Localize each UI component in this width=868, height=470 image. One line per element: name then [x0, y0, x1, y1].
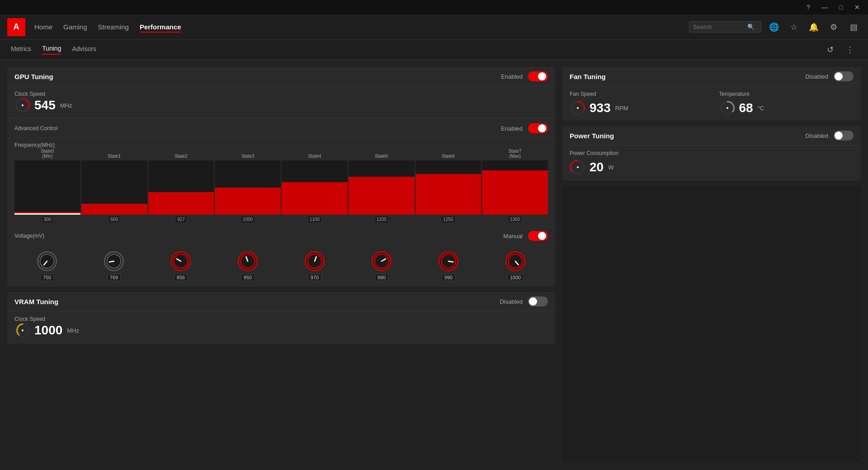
- power-consumption-gauge: [570, 159, 586, 175]
- knob-group-5[interactable]: 980: [372, 251, 392, 281]
- fan-tuning-controls: Disabled: [805, 71, 854, 81]
- tab-metrics[interactable]: Metrics: [11, 45, 31, 55]
- freq-bar-group-3[interactable]: State31000: [215, 154, 281, 222]
- main-content: GPU Tuning Enabled Clock Speed: [0, 60, 868, 470]
- advanced-control-label: Advanced Control: [14, 125, 57, 132]
- knob-4[interactable]: [305, 251, 325, 271]
- freq-bar-group-6[interactable]: State61250: [415, 154, 481, 222]
- nav-home[interactable]: Home: [34, 21, 52, 33]
- sub-nav-links: Metrics Tuning Advisors: [11, 45, 96, 55]
- knob-5[interactable]: [372, 251, 392, 271]
- knob-value-0: 750: [40, 274, 54, 281]
- clock-speed-value: 545: [34, 98, 56, 113]
- freq-bar-label-4: State4: [308, 154, 321, 159]
- freq-bar-group-2[interactable]: State2927: [148, 154, 214, 222]
- fan-speed-gauge: [570, 100, 586, 116]
- fan-speed-unit: RPM: [615, 105, 628, 112]
- freq-bar-group-4[interactable]: State41100: [282, 154, 348, 222]
- power-tuning-controls: Disabled: [805, 131, 854, 141]
- knob-group-0[interactable]: 750: [37, 251, 57, 281]
- power-consumption-gauge-row: 20 W: [570, 159, 854, 175]
- nav-gaming[interactable]: Gaming: [63, 21, 87, 33]
- vram-tuning-toggle-knob: [529, 297, 537, 306]
- knob-group-1[interactable]: 769: [104, 251, 124, 281]
- vram-tuning-toggle[interactable]: [528, 296, 548, 306]
- freq-bar-group-1[interactable]: State1600: [81, 154, 147, 222]
- knob-7[interactable]: [505, 251, 525, 271]
- freq-bar-container-0: [14, 160, 80, 215]
- fan-tuning-toggle[interactable]: [834, 71, 854, 81]
- vram-tuning-controls: Disabled: [500, 296, 548, 306]
- knob-0[interactable]: [37, 251, 57, 271]
- gpu-tuning-toggle[interactable]: [528, 71, 548, 81]
- knob-group-4[interactable]: 970: [305, 251, 325, 281]
- freq-bar-fill-2: [148, 192, 214, 215]
- gpu-tuning-card: GPU Tuning Enabled Clock Speed: [7, 67, 555, 287]
- menu-icon-button[interactable]: ▤: [846, 20, 861, 34]
- settings-icon-button[interactable]: ⚙: [826, 20, 841, 34]
- freq-bar-fill-6: [415, 174, 481, 215]
- frequency-section: Frequency(MHz) State0 (Min)300State1600S…: [7, 138, 555, 222]
- more-options-button[interactable]: ⋮: [843, 42, 857, 57]
- freq-bar-fill-4: [282, 182, 348, 215]
- knob-6[interactable]: [439, 251, 458, 271]
- voltage-toggle[interactable]: [528, 231, 548, 241]
- freq-bar-label-5: State5: [375, 154, 388, 159]
- search-box[interactable]: 🔍: [689, 21, 761, 33]
- fan-speed-gauge-row: 933 RPM: [570, 100, 704, 116]
- background-area: [562, 186, 861, 463]
- close-button[interactable]: ✕: [850, 0, 864, 14]
- freq-bar-fill-1: [81, 204, 147, 215]
- power-consumption-value: 20: [590, 160, 604, 174]
- tab-advisors[interactable]: Advisors: [72, 45, 96, 55]
- frequency-chart: State0 (Min)300State1600State2927State31…: [7, 150, 555, 222]
- minimize-button[interactable]: —: [817, 0, 832, 14]
- freq-bar-label-6: State6: [442, 154, 455, 159]
- maximize-button[interactable]: □: [834, 0, 848, 14]
- star-icon-button[interactable]: ☆: [787, 20, 801, 34]
- freq-bar-group-5[interactable]: State51200: [349, 154, 415, 222]
- knob-group-6[interactable]: 990: [439, 251, 458, 281]
- frequency-label: Frequency(MHz): [7, 142, 555, 148]
- freq-bar-label-2: State2: [175, 154, 188, 159]
- freq-bar-group-7[interactable]: State7 (Max)1300: [482, 149, 548, 222]
- vram-clock-label: Clock Speed: [14, 316, 548, 322]
- clock-speed-gauge-row: 545 MHz: [14, 97, 548, 113]
- voltage-row: 7507698569509709809901000: [7, 246, 555, 287]
- bell-icon-button[interactable]: 🔔: [807, 20, 821, 34]
- knob-2[interactable]: [171, 251, 191, 271]
- nav-performance[interactable]: Performance: [140, 21, 181, 33]
- freq-bar-group-0[interactable]: State0 (Min)300: [14, 149, 80, 222]
- vram-tuning-status: Disabled: [500, 298, 523, 305]
- knob-3[interactable]: [238, 251, 258, 271]
- freq-bar-label-0: State0 (Min): [41, 149, 54, 159]
- fan-speed-value: 933: [590, 101, 611, 115]
- gpu-tuning-toggle-knob: [538, 72, 546, 80]
- advanced-control-toggle[interactable]: [528, 123, 548, 133]
- freq-bar-container-3: [215, 160, 281, 215]
- vram-clock-value: 1000: [34, 323, 62, 338]
- refresh-icon-button[interactable]: ↺: [823, 42, 837, 57]
- freq-bar-container-4: [282, 160, 348, 215]
- freq-bar-fill-3: [215, 188, 281, 215]
- search-input[interactable]: [693, 24, 747, 30]
- fan-tuning-header: Fan Tuning Disabled: [562, 67, 861, 86]
- knob-group-7[interactable]: 1000: [505, 251, 525, 281]
- knob-value-6: 990: [442, 274, 455, 281]
- knob-group-3[interactable]: 950: [238, 251, 258, 281]
- power-tuning-toggle[interactable]: [834, 131, 854, 141]
- clock-speed-section: Clock Speed 545 MHz: [7, 86, 555, 118]
- fan-speed-col: Fan Speed 933 RPM: [562, 86, 712, 121]
- left-panel: GPU Tuning Enabled Clock Speed: [7, 67, 555, 463]
- knob-1[interactable]: [104, 251, 124, 271]
- tab-tuning[interactable]: Tuning: [42, 45, 61, 55]
- help-button[interactable]: ?: [801, 0, 816, 14]
- svg-line-5: [109, 261, 114, 262]
- nav-streaming[interactable]: Streaming: [98, 21, 129, 33]
- globe-icon-button[interactable]: 🌐: [767, 20, 781, 34]
- advanced-control-status: Enabled: [501, 125, 523, 132]
- knob-group-2[interactable]: 856: [171, 251, 191, 281]
- vram-clock-gauge: [14, 322, 31, 338]
- clock-speed-unit: MHz: [60, 102, 72, 109]
- svg-point-19: [22, 329, 24, 331]
